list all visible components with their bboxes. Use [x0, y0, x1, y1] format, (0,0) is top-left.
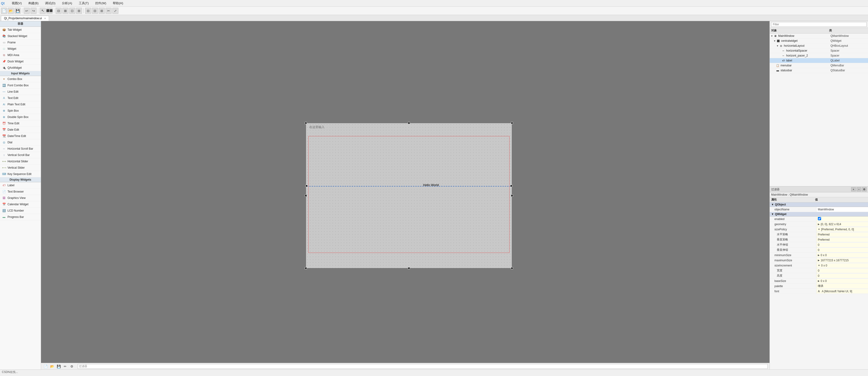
sidebar-item-spin-box[interactable]: ⊕ Spin Box [0, 108, 41, 114]
tree-row-hspacer2[interactable]: ▶ ↔ horizont_pacer_2 Spacer [770, 53, 868, 58]
expand-centralwidget[interactable]: ▼ [774, 40, 776, 42]
expand-mainwindow[interactable]: ▼ [771, 35, 773, 37]
sidebar-item-v-slider[interactable]: ⟻ Vertical Slider [0, 165, 41, 171]
prop-row-hpolicy[interactable]: 水平策略 Preferred [770, 232, 868, 237]
layout-h-icon[interactable]: ⊟ [85, 8, 91, 14]
sidebar-item-h-slider[interactable]: ⟺ Horizontal Slider [0, 158, 41, 165]
sizeincrement-expand-icon[interactable]: ▼ [818, 264, 820, 267]
sidebar-item-key-sequence-edit[interactable]: ⌨ Key Sequence Edit [0, 171, 41, 177]
menu-item-tools[interactable]: 工具(T) [78, 1, 90, 6]
prop-add-btn[interactable]: + [851, 187, 856, 192]
prop-height-value[interactable]: 0 [816, 274, 868, 278]
cursor-icon[interactable]: ↖ [40, 8, 46, 14]
sidebar-item-dial[interactable]: ◎ Dial [0, 139, 41, 146]
sidebar-item-combo-box[interactable]: ▾ Combo Box [0, 76, 41, 82]
tree-row-hspacer[interactable]: ▶ ↔ horizontalSpacer Spacer [770, 48, 868, 53]
prop-row-font[interactable]: font A A [Microsoft YaHei UI, 9] [770, 289, 868, 294]
sidebar-item-tab-widget[interactable]: 📦 Tab Widget [0, 27, 41, 33]
prop-sizepolicy-value[interactable]: ▼ [Preferred, Preferred, 0, 0] [816, 227, 868, 232]
new-file-icon[interactable]: 📄 [1, 8, 7, 14]
prop-vstretch-value[interactable]: 0 [816, 248, 868, 252]
canvas-new-icon[interactable]: 📄 [43, 364, 48, 369]
prop-row-width[interactable]: 宽度 0 [770, 268, 868, 273]
prop-vpolicy-value[interactable]: Preferred [816, 238, 868, 242]
prop-font-value[interactable]: A A [Microsoft YaHei UI, 9] [816, 289, 868, 293]
prop-objectname-value[interactable]: MainWindow [816, 207, 868, 211]
sidebar-item-label[interactable]: 🏷 Label [0, 182, 41, 189]
canvas-edit-icon[interactable]: ✏ [63, 364, 68, 369]
redo-icon[interactable]: ↪ [30, 8, 37, 14]
tree-row-mainwindow[interactable]: ▼ 🖥 MainWindow QMainWindow [770, 33, 868, 38]
object-filter-input[interactable] [771, 22, 867, 27]
geometry-expand-icon[interactable]: ▶ [818, 223, 820, 225]
sidebar-item-v-scrollbar[interactable]: ↕ Vertical Scroll Bar [0, 152, 41, 158]
align-top-icon[interactable]: ⊡ [69, 8, 75, 14]
sidebar-item-h-scrollbar[interactable]: ↔ Horizontal Scroll Bar [0, 146, 41, 152]
prop-hstretch-value[interactable]: 0 [816, 243, 868, 247]
sidebar-item-stacked-widget[interactable]: 📚 Stacked Widget [0, 33, 41, 39]
enabled-checkbox[interactable] [818, 217, 821, 220]
prop-row-objectname[interactable]: objectName MainWindow [770, 207, 868, 212]
prop-row-palette[interactable]: palette 继承 [770, 284, 868, 289]
sidebar-item-lcd-number[interactable]: 🔢 LCD Number [0, 208, 41, 214]
undo-icon[interactable]: ↩ [24, 8, 30, 14]
prop-group-qwidget[interactable]: ▼ QWidget [770, 212, 868, 216]
sidebar-item-graphics-view[interactable]: 🖼 Graphics View [0, 195, 41, 201]
prop-row-geometry[interactable]: geometry ▶ {0, 0}, 822 x 614 [770, 222, 868, 227]
sidebar-item-calendar-widget[interactable]: 📅 Calendar Widget [0, 201, 41, 208]
canvas-save-icon[interactable]: 💾 [56, 364, 61, 369]
prop-row-sizepolicy[interactable]: sizePolicy ▼ [Preferred, Preferred, 0, 0… [770, 227, 868, 232]
sidebar-item-double-spin-box[interactable]: ⊕ Double Spin Box [0, 114, 41, 120]
prop-basesize-value[interactable]: ▶ 0 x 0 [816, 279, 868, 283]
sidebar-item-mdi-area[interactable]: ⧉ MDI Area [0, 52, 41, 58]
sizepolicy-expand-icon[interactable]: ▼ [818, 228, 820, 231]
prop-row-enabled[interactable]: enabled [770, 216, 868, 222]
save-file-icon[interactable]: 💾 [14, 8, 21, 14]
sidebar-item-text-edit[interactable]: A Text Edit [0, 95, 41, 101]
menu-item-controls[interactable]: 控件(W) [94, 1, 107, 6]
sidebar-item-time-edit[interactable]: ⏰ Time Edit [0, 120, 41, 127]
canvas-container[interactable]: 在这里输入 Hello World [41, 21, 770, 363]
prop-row-hstretch[interactable]: 水平伸缩 0 [770, 242, 868, 248]
design-surface[interactable]: 在这里输入 Hello World [306, 123, 512, 268]
prop-settings-btn[interactable]: ⚙ [862, 187, 867, 192]
sidebar-item-line-edit[interactable]: — Line Edit [0, 89, 41, 95]
canvas-settings-icon[interactable]: ⚙ [69, 364, 74, 369]
prop-maxsize-value[interactable]: ▶ 16777215 x 16777215 [816, 258, 868, 262]
prop-row-vpolicy[interactable]: 垂直策略 Preferred [770, 237, 868, 242]
align-left-icon[interactable]: ⊟ [56, 8, 62, 14]
tab-mainwindow[interactable]: Qt_Projs/demo/mainwindow.ui ✕ [1, 16, 49, 21]
sidebar-item-widget[interactable]: □ Widget [0, 46, 41, 52]
label-text-widget[interactable]: Hello World [423, 183, 439, 187]
menu-item-build[interactable]: 构建(B) [27, 1, 40, 6]
sidebar-item-plain-text-edit[interactable]: AI Plain Text Edit [0, 101, 41, 108]
prop-row-maxsize[interactable]: maximumSize ▶ 16777215 x 16777215 [770, 258, 868, 263]
tree-row-statusbar[interactable]: ▶ ▬ statusbar QStatusBar [770, 68, 868, 73]
align-bottom-icon[interactable]: ⊞ [76, 8, 82, 14]
open-file-icon[interactable]: 📂 [8, 8, 14, 14]
tree-row-centralwidget[interactable]: ▼ ⬛ centralwidget QWidget [770, 38, 868, 44]
prop-row-height[interactable]: 高度 0 [770, 273, 868, 279]
expand-hlayout[interactable]: ▼ [776, 45, 779, 47]
menu-item-help[interactable]: 帮助(H) [112, 1, 124, 6]
menu-item-view[interactable]: 视图(V) [10, 1, 23, 6]
canvas-filter-input[interactable]: 过滤器 [78, 364, 768, 369]
sidebar-item-font-combo-box[interactable]: 🔤 Font Combo Box [0, 82, 41, 89]
prop-group-qobject[interactable]: ▼ QObject [770, 202, 868, 207]
prop-row-sizeincrement[interactable]: sizeIncrement ▼ 0 x 0 [770, 263, 868, 268]
prop-sizeincrement-value[interactable]: ▼ 0 x 0 [816, 263, 868, 268]
prop-row-vstretch[interactable]: 垂直伸缩 0 [770, 248, 868, 253]
sidebar-item-text-browser[interactable]: 📄 Text Browser [0, 189, 41, 195]
menu-item-debug[interactable]: 调试(D) [43, 1, 57, 6]
tab-close-icon[interactable]: ✕ [44, 17, 46, 20]
canvas-open-icon[interactable]: 📂 [50, 364, 55, 369]
sidebar-item-date-edit[interactable]: 📅 Date Edit [0, 127, 41, 133]
layout-grid-icon[interactable]: ⊞ [99, 8, 105, 14]
menu-item-analyze[interactable]: 分析(A) [61, 1, 73, 6]
sidebar-item-qax-widget[interactable]: 🔌 QAxWidget [0, 65, 41, 71]
prop-hpolicy-value[interactable]: Preferred [816, 232, 868, 237]
tree-row-hlayout[interactable]: ▼ ⊟ horizontalLayout QHBoxLayout [770, 44, 868, 48]
maxsize-expand-icon[interactable]: ▶ [818, 259, 820, 262]
minsize-expand-icon[interactable]: ▶ [818, 254, 820, 256]
prop-width-value[interactable]: 0 [816, 268, 868, 273]
